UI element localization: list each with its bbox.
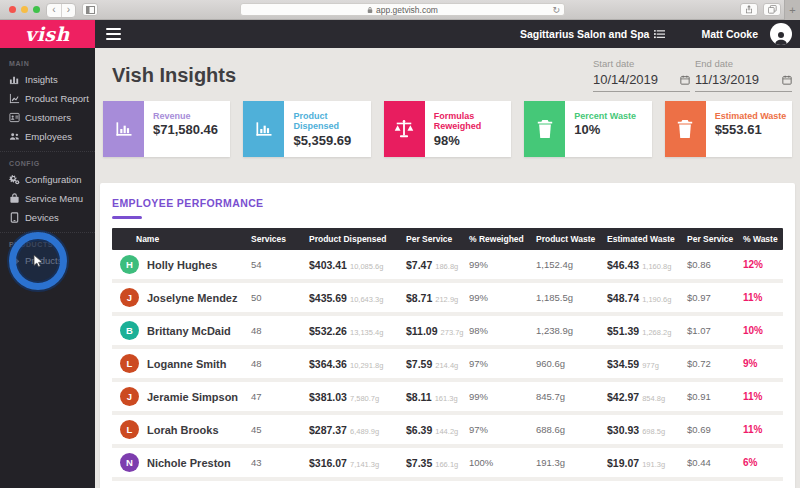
list-icon (654, 29, 665, 39)
sidebar-item-configuration[interactable]: Configuration (0, 170, 95, 189)
column-header: % Waste (743, 234, 783, 244)
address-bar[interactable]: app.getvish.com ↻ (240, 3, 565, 16)
table-row[interactable]: L Lorah Brooks 45 $287.376,489.9g $6.391… (112, 415, 783, 448)
waste-per-service-value: $0.91 (687, 391, 743, 402)
dispensed-cell: $403.4110,085.6g (309, 259, 406, 271)
column-header: Estimated Waste (607, 234, 687, 244)
est-waste-grams: 977g (642, 361, 659, 370)
name-cell: L Loganne Smith (112, 354, 251, 373)
sidebar-item-employees[interactable]: Employees (0, 127, 95, 146)
reload-button[interactable]: ↻ (552, 5, 560, 15)
reweighed-value: 99% (469, 391, 536, 402)
per-service-cell: $8.11161.3g (406, 391, 469, 403)
app-topbar: Sagittarius Salon and Spa Matt Cooke (95, 20, 800, 48)
salon-name: Sagittarius Salon and Spa (520, 28, 650, 40)
share-button[interactable] (740, 3, 758, 16)
dispensed-cell: $316.077,141.3g (309, 457, 406, 469)
services-value: 54 (251, 259, 309, 270)
card-icon-block (665, 101, 706, 157)
per-service-cell: $8.71212.9g (406, 292, 469, 304)
avatar: N (120, 453, 139, 472)
minimize-window-button[interactable] (21, 6, 28, 13)
avatar: L (120, 354, 139, 373)
pct-waste-value: 12% (743, 259, 783, 270)
employee-name: Loganne Smith (147, 358, 226, 370)
est-waste-cell: $48.741,190.6g (607, 292, 687, 304)
employee-name: Holly Hughes (147, 259, 217, 271)
per-service-value: $8.11 (406, 391, 432, 403)
stat-value: 98% (434, 133, 511, 148)
close-window-button[interactable] (9, 6, 16, 13)
sidebar-item-service-menu[interactable]: Service Menu (0, 189, 95, 208)
table-row[interactable]: B Brittany McDaid 48 $532.2613,135.4g $1… (112, 316, 783, 349)
start-date-label: Start date (593, 58, 690, 69)
vish-logo[interactable]: vish (0, 20, 95, 48)
sidebar-icon (86, 6, 95, 14)
gears-icon (9, 174, 20, 185)
dispensed-value: $532.26 (309, 325, 347, 337)
stat-value: $553.61 (715, 122, 787, 137)
bar-chart-icon (254, 119, 274, 139)
avatar: J (120, 387, 139, 406)
reweighed-value: 99% (469, 292, 536, 303)
sidebar-item-product-report[interactable]: Product Report (0, 89, 95, 108)
est-waste-value: $30.93 (607, 424, 639, 436)
est-waste-grams: 1,268.2g (642, 328, 671, 337)
per-service-grams: 161.3g (435, 394, 458, 403)
browser-sidebar-button[interactable] (82, 3, 98, 16)
back-button[interactable]: ‹ (47, 4, 61, 17)
tab-overview-button[interactable] (763, 3, 781, 16)
pct-waste-value: 11% (743, 391, 783, 402)
reweighed-value: 97% (469, 424, 536, 435)
est-waste-value: $42.97 (607, 391, 639, 403)
sidebar-item-devices[interactable]: Devices (0, 208, 95, 227)
stat-card-product-dispensed: Product Dispensed $5,359.69 (243, 101, 370, 157)
table-row[interactable]: H Holly Hughes 54 $403.4110,085.6g $7.47… (112, 250, 783, 283)
name-cell: J Joselyne Mendez (112, 288, 251, 307)
tab-employee-performance[interactable]: EMPLOYEE PERFORMANCE (112, 197, 264, 209)
people-icon (9, 131, 20, 142)
est-waste-value: $34.59 (607, 358, 639, 370)
page-content: Vish Insights Start date 10/14/2019 End … (95, 48, 800, 488)
bag-icon (9, 193, 20, 204)
per-service-value: $6.39 (406, 424, 432, 436)
app-window: vish MAIN Insights Product Report Custom… (0, 20, 800, 488)
start-date-input[interactable]: 10/14/2019 (593, 72, 690, 92)
dispensed-grams: 10,085.6g (350, 262, 383, 271)
per-service-value: $7.35 (406, 457, 432, 469)
per-service-grams: 212.9g (435, 295, 458, 304)
zoom-window-button[interactable] (33, 6, 40, 13)
stat-label: Revenue (153, 111, 218, 121)
menu-toggle-button[interactable] (106, 28, 121, 41)
column-header: Services (251, 234, 309, 244)
date-range: Start date 10/14/2019 End date 11/13/201… (593, 58, 792, 92)
employee-name: Brittany McDaid (147, 325, 231, 337)
new-tab-button[interactable]: + (784, 0, 800, 20)
page-title: Vish Insights (112, 58, 236, 87)
per-service-grams: 214.4g (435, 361, 458, 370)
est-waste-value: $51.39 (607, 325, 639, 337)
table-row[interactable]: N Nichole Preston 43 $316.077,141.3g $7.… (112, 448, 783, 481)
card-icon-block (524, 101, 565, 157)
forward-button[interactable]: › (61, 4, 75, 17)
dispensed-value: $435.69 (309, 292, 347, 304)
table-row[interactable]: J Jeramie Simpson 47 $381.037,580.7g $8.… (112, 382, 783, 415)
sidebar-item-insights[interactable]: Insights (0, 70, 95, 89)
per-service-cell: $7.35166.1g (406, 457, 469, 469)
window-controls[interactable] (9, 6, 40, 13)
stat-cards: Revenue $71,580.46 Product Dispensed $5,… (100, 92, 795, 157)
table-row[interactable]: L Loganne Smith 48 $364.3610,291.8g $7.5… (112, 349, 783, 382)
sidebar-item-customers[interactable]: Customers (0, 108, 95, 127)
waste-per-service-value: $0.69 (687, 424, 743, 435)
dispensed-value: $381.03 (309, 391, 347, 403)
person-icon (773, 30, 789, 45)
per-service-cell: $7.59214.4g (406, 358, 469, 370)
table-row[interactable]: J Joselyne Mendez 50 $435.6910,643.3g $8… (112, 283, 783, 316)
id-card-icon (9, 112, 20, 123)
end-date-input[interactable]: 11/13/2019 (695, 72, 792, 92)
user-avatar[interactable] (770, 23, 792, 45)
bar-chart-icon (114, 119, 134, 139)
end-date-field: End date 11/13/2019 (695, 58, 792, 92)
column-header: % Reweighed (469, 234, 536, 244)
salon-selector[interactable]: Sagittarius Salon and Spa (520, 28, 666, 40)
